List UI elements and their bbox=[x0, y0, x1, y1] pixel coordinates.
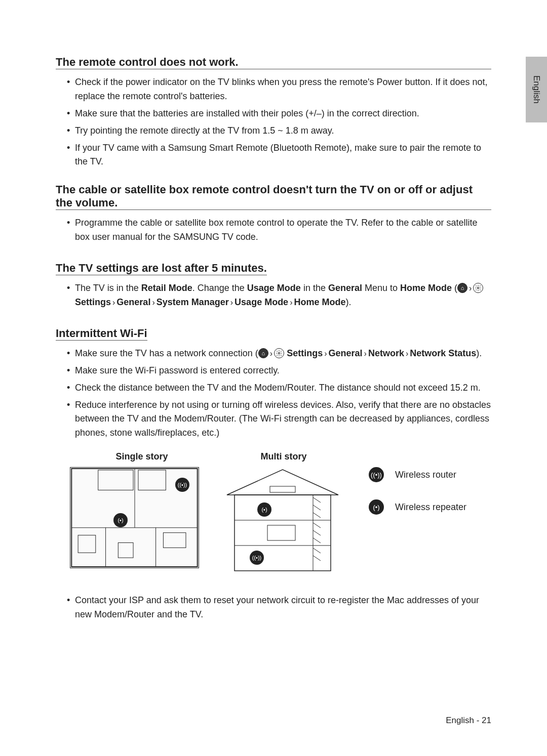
label-multi-story: Multi story bbox=[218, 451, 349, 462]
chevron-icon: › bbox=[363, 349, 368, 358]
router-icon: ((•)) bbox=[369, 467, 384, 482]
text-bold: Network Status bbox=[410, 348, 476, 358]
text-bold: General bbox=[116, 297, 150, 307]
house-svg bbox=[222, 467, 343, 573]
list-wifi: Make sure the TV has a network connectio… bbox=[56, 347, 491, 440]
list-item: Make sure the TV has a network connectio… bbox=[67, 347, 491, 361]
text: in the bbox=[301, 283, 328, 293]
chevron-icon: › bbox=[268, 349, 274, 358]
label-single-story: Single story bbox=[76, 451, 208, 462]
text-bold: Network bbox=[368, 348, 404, 358]
list-cable: Programme the cable or satellite box rem… bbox=[56, 216, 491, 244]
svg-rect-8 bbox=[138, 470, 166, 490]
chevron-icon: › bbox=[404, 349, 410, 358]
heading-wifi: Intermittent Wi-Fi bbox=[56, 327, 147, 340]
text: Make sure the TV has a network connectio… bbox=[75, 348, 258, 358]
page-content: The remote control does not work. Check … bbox=[0, 0, 547, 655]
list-remote: Check if the power indicator on the TV b… bbox=[56, 75, 491, 169]
chevron-icon: › bbox=[288, 298, 294, 307]
page-footer: English - 21 bbox=[446, 716, 491, 726]
list-item: Reduce interference by not using or turn… bbox=[67, 398, 491, 441]
legend-label: Wireless repeater bbox=[395, 502, 466, 513]
text-bold: Home Mode bbox=[400, 283, 452, 293]
text: Menu to bbox=[362, 283, 400, 293]
chevron-icon: › bbox=[229, 298, 235, 307]
text: . Change the bbox=[192, 283, 247, 293]
diagram-multi-story: (•) ((•)) bbox=[222, 467, 343, 573]
list-wifi-cont: Contact your ISP and ask them to reset y… bbox=[56, 594, 491, 622]
diagram-legend: ((•)) Wireless router (•) Wireless repea… bbox=[369, 467, 466, 532]
list-settings-lost: The TV is in the Retail Mode. Change the… bbox=[56, 281, 491, 310]
list-item: Try pointing the remote directly at the … bbox=[67, 124, 491, 138]
text-bold: System Manager bbox=[157, 297, 229, 307]
section-remote: The remote control does not work. bbox=[56, 56, 491, 69]
section-wifi: Intermittent Wi-Fi bbox=[56, 327, 147, 341]
svg-rect-17 bbox=[267, 525, 295, 540]
text-bold: General bbox=[328, 283, 362, 293]
section-cable: The cable or satellite box remote contro… bbox=[56, 183, 491, 210]
gear-icon bbox=[274, 348, 284, 358]
diagrams-row: ((•)) (•) (•) ((•)) ((•)) Wireless route… bbox=[56, 467, 491, 573]
list-item: Make sure that the batteries are install… bbox=[67, 107, 491, 121]
heading-cable: The cable or satellite box remote contro… bbox=[56, 183, 491, 209]
text-bold: Usage Mode bbox=[247, 283, 301, 293]
list-item: If your TV came with a Samsung Smart Rem… bbox=[67, 141, 491, 170]
text-bold: Retail Mode bbox=[141, 283, 192, 293]
list-item: Contact your ISP and ask them to reset y… bbox=[67, 594, 491, 622]
chevron-icon: › bbox=[150, 298, 156, 307]
text: ). bbox=[476, 348, 482, 358]
legend-row-router: ((•)) Wireless router bbox=[369, 467, 466, 482]
svg-point-0 bbox=[478, 287, 480, 289]
text-bold: General bbox=[329, 348, 363, 358]
list-item: Check the distance between the TV and th… bbox=[67, 381, 491, 395]
list-item: The TV is in the Retail Mode. Change the… bbox=[67, 281, 491, 310]
svg-rect-16 bbox=[270, 486, 295, 492]
svg-rect-10 bbox=[163, 533, 186, 548]
legend-label: Wireless router bbox=[395, 470, 456, 480]
text-bold: Usage Mode bbox=[235, 297, 288, 307]
svg-marker-12 bbox=[227, 470, 338, 495]
svg-rect-13 bbox=[235, 495, 331, 571]
svg-rect-11 bbox=[118, 543, 133, 558]
svg-rect-9 bbox=[78, 535, 96, 553]
chevron-icon: › bbox=[111, 298, 116, 307]
chevron-icon: › bbox=[467, 284, 473, 292]
chevron-icon: › bbox=[323, 349, 328, 358]
text-bold: Home Mode bbox=[294, 297, 345, 307]
legend-row-repeater: (•) Wireless repeater bbox=[369, 499, 466, 515]
list-item: Programme the cable or satellite box rem… bbox=[67, 216, 491, 244]
home-icon: ⌂ bbox=[258, 348, 268, 358]
svg-point-1 bbox=[278, 352, 280, 354]
heading-remote: The remote control does not work. bbox=[56, 56, 239, 69]
gear-icon bbox=[473, 283, 483, 293]
heading-settings-lost: The TV settings are lost after 5 minutes… bbox=[56, 262, 267, 275]
text: ( bbox=[452, 283, 457, 293]
repeater-icon: (•) bbox=[369, 499, 384, 515]
home-icon: ⌂ bbox=[457, 283, 467, 293]
section-settings-lost: The TV settings are lost after 5 minutes… bbox=[56, 262, 267, 275]
text-bold: Settings bbox=[287, 348, 323, 358]
text: ). bbox=[345, 297, 351, 307]
list-item: Check if the power indicator on the TV b… bbox=[67, 75, 491, 104]
diagram-labels: Single story Multi story bbox=[56, 451, 491, 462]
list-item: Make sure the Wi-Fi password is entered … bbox=[67, 364, 491, 378]
text: The TV is in the bbox=[75, 283, 141, 293]
text-bold: Settings bbox=[75, 297, 111, 307]
svg-rect-7 bbox=[98, 470, 133, 490]
diagram-single-story: ((•)) (•) bbox=[70, 467, 199, 568]
